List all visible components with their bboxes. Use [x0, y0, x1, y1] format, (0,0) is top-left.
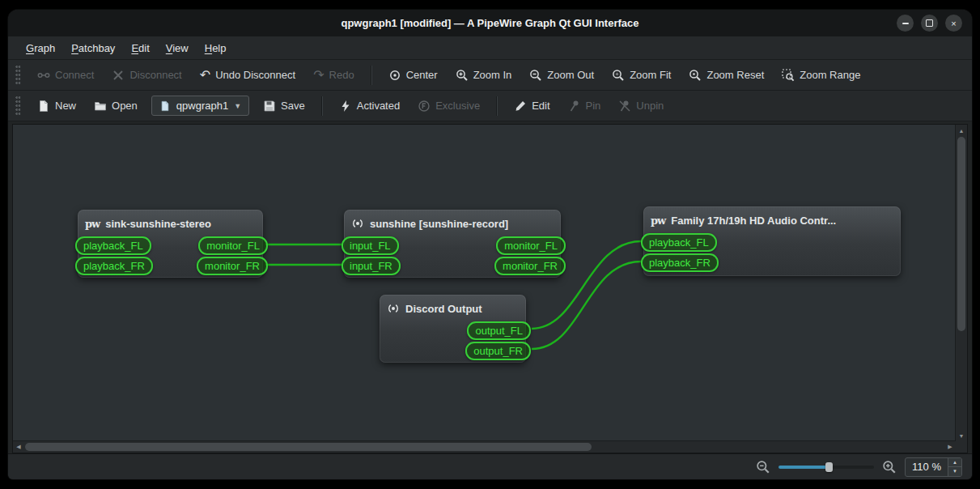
patchbay-file-icon [159, 100, 171, 112]
edit-button[interactable]: Edit [507, 96, 557, 117]
scroll-down-icon[interactable]: ▼ [956, 430, 967, 441]
zoom-in-status-icon[interactable] [882, 460, 897, 474]
port-monitor-fl[interactable]: monitor_FL [496, 236, 566, 255]
unpin-button[interactable]: Unpin [611, 96, 671, 117]
save-button[interactable]: Save [256, 96, 312, 117]
port-monitor-fr[interactable]: monitor_FR [197, 257, 268, 275]
port-playback-fl[interactable]: playback_FL [641, 233, 717, 252]
zoom-out-button[interactable]: Zoom Out [522, 65, 601, 86]
exclusive-icon [418, 100, 431, 113]
zoom-value: 110 % [906, 458, 948, 476]
node-header: pw sink-sunshine-stereo [78, 210, 263, 236]
close-button[interactable]: × [945, 15, 962, 32]
app-window: qpwgraph1 [modified] — A PipeWire Graph … [8, 10, 972, 479]
center-icon [388, 69, 401, 82]
zoom-out-icon [529, 69, 542, 82]
menu-help[interactable]: Help [197, 39, 235, 57]
new-button[interactable]: New [30, 96, 83, 117]
toolbar-grip-handle[interactable] [15, 96, 21, 116]
horizontal-scrollbar[interactable]: ◀ ▶ [13, 440, 956, 453]
scroll-up-icon[interactable]: ▲ [956, 125, 967, 136]
center-button[interactable]: Center [381, 65, 445, 86]
redo-icon: ↷ [313, 70, 324, 80]
activated-toggle[interactable]: Activated [332, 96, 407, 117]
redo-button[interactable]: ↷ Redo [306, 65, 361, 85]
zoom-in-icon [456, 69, 469, 82]
node-title: sink-sunshine-stereo [105, 218, 211, 230]
connection-wires [13, 125, 956, 441]
undo-disconnect-button[interactable]: ↶ Undo Disconnect [193, 65, 303, 85]
zoom-spinbox[interactable]: 110 % ▲ ▼ [905, 457, 962, 477]
maximize-icon [926, 19, 933, 27]
menu-view[interactable]: View [158, 39, 197, 57]
vertical-scrollbar[interactable]: ▲ ▼ [955, 125, 967, 441]
graph-canvas[interactable]: pw sink-sunshine-stereo playback_FL moni… [13, 125, 956, 441]
disconnect-button[interactable]: Disconnect [104, 65, 189, 86]
port-playback-fr[interactable]: playback_FR [75, 257, 153, 275]
zoom-spin-arrows: ▲ ▼ [948, 458, 961, 476]
port-monitor-fl[interactable]: monitor_FL [198, 236, 268, 255]
port-input-fl[interactable]: input_FL [342, 236, 399, 255]
node-discord-output[interactable]: Discord Output output_FL output_FR [380, 295, 526, 363]
pipewire-icon: pw [85, 218, 100, 230]
patchbay-selector-combo[interactable]: qpwgraph1 ▼ [151, 96, 249, 116]
maximize-button[interactable] [921, 15, 938, 32]
port-input-fr[interactable]: input_FR [342, 257, 401, 275]
zoom-slider[interactable] [778, 461, 874, 474]
port-monitor-fr[interactable]: monitor_FR [494, 257, 566, 275]
toolbar-separator [321, 96, 323, 116]
graph-toolbar: Connect Disconnect ↶ Undo Disconnect ↷ R… [8, 60, 972, 91]
scroll-right-icon[interactable]: ▶ [944, 441, 956, 453]
node-family-hd-audio-controller[interactable]: pw Family 17h/19h HD Audio Contr... play… [643, 206, 901, 276]
node-header: pw Family 17h/19h HD Audio Contr... [643, 206, 901, 232]
zoom-fit-button[interactable]: Zoom Fit [605, 65, 678, 86]
node-title: Family 17h/19h HD Audio Contr... [671, 215, 836, 227]
new-file-icon [37, 100, 50, 113]
node-sunshine-record[interactable]: sunshine [sunshine-record] input_FL moni… [344, 210, 561, 278]
unpin-icon [618, 100, 631, 113]
spin-up-icon[interactable]: ▲ [948, 458, 961, 468]
spin-down-icon[interactable]: ▼ [948, 467, 961, 476]
vertical-scrollbar-thumb[interactable] [957, 137, 965, 331]
zoom-reset-button[interactable]: Zoom Reset [681, 65, 771, 86]
open-button[interactable]: Open [87, 96, 145, 117]
menu-graph[interactable]: Graph [18, 39, 63, 57]
node-sink-sunshine-stereo[interactable]: pw sink-sunshine-stereo playback_FL moni… [78, 210, 263, 278]
window-controls: × [897, 10, 962, 36]
port-playback-fr[interactable]: playback_FR [641, 253, 719, 272]
patchbay-toolbar: New Open qpwgraph1 ▼ Save Activated Excl… [8, 91, 972, 121]
exclusive-toggle[interactable]: Exclusive [410, 96, 487, 117]
minimize-icon [902, 23, 909, 24]
window-title: qpwgraph1 [modified] — A PipeWire Graph … [8, 17, 972, 29]
pencil-icon [514, 100, 527, 113]
minimize-button[interactable] [897, 15, 914, 32]
node-header: Discord Output [380, 295, 526, 321]
menubar: Graph Patchbay Edit View Help [8, 36, 972, 60]
connect-button[interactable]: Connect [30, 65, 101, 86]
pipewire-icon: pw [651, 215, 665, 227]
disconnect-icon [112, 69, 125, 82]
titlebar: qpwgraph1 [modified] — A PipeWire Graph … [8, 10, 972, 36]
zoom-out-status-icon[interactable] [756, 460, 770, 474]
zoom-in-button[interactable]: Zoom In [448, 65, 520, 86]
zoom-slider-thumb[interactable] [825, 462, 833, 472]
pin-button[interactable]: Pin [561, 96, 609, 117]
port-output-fl[interactable]: output_FL [467, 321, 531, 340]
menu-edit[interactable]: Edit [123, 39, 157, 57]
chevron-down-icon: ▼ [234, 102, 241, 110]
undo-icon: ↶ [200, 70, 210, 80]
close-icon: × [951, 19, 956, 28]
port-output-fr[interactable]: output_FR [465, 342, 531, 360]
zoom-fit-icon [612, 69, 625, 82]
patchbay-selector-value: qpwgraph1 [176, 100, 228, 112]
zoom-range-button[interactable]: Zoom Range [774, 65, 868, 86]
zoom-range-icon [782, 69, 795, 82]
toolbar-grip-handle[interactable] [15, 66, 21, 85]
open-folder-icon [94, 100, 107, 113]
scrollbar-corner [956, 441, 967, 453]
scroll-left-icon[interactable]: ◀ [13, 441, 24, 453]
horizontal-scrollbar-thumb[interactable] [25, 443, 592, 451]
node-title: Discord Output [405, 303, 482, 315]
port-playback-fl[interactable]: playback_FL [75, 236, 151, 255]
menu-patchbay[interactable]: Patchbay [63, 39, 123, 57]
